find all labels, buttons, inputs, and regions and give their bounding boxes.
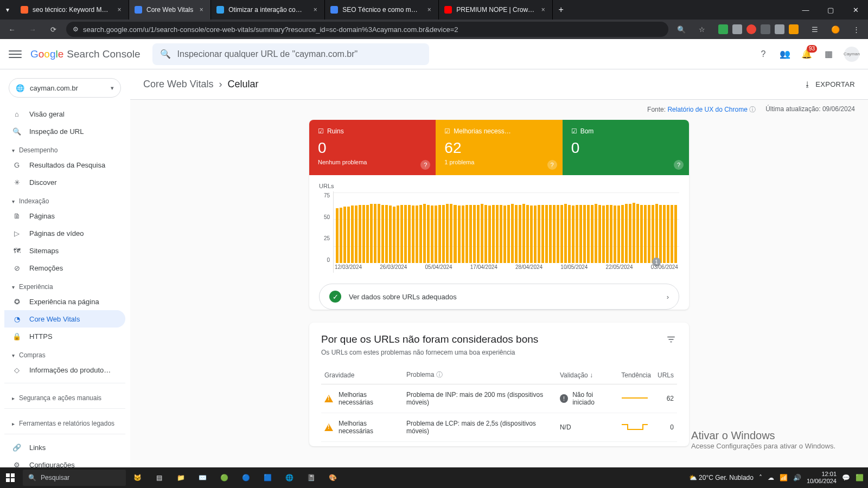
chart-bar[interactable] [454, 205, 456, 263]
forward-button[interactable]: → [25, 22, 40, 37]
bookmark-star-icon[interactable]: ☆ [694, 22, 710, 37]
chart-bar[interactable] [519, 205, 521, 263]
browser-tab-4[interactable]: PREMIUM NOPE | Crow Countr…× [439, 0, 553, 20]
table-row[interactable]: Melhorias necessáriasProblema de LCP: ma… [321, 413, 677, 442]
export-button[interactable]: ⭳EXPORTAR [804, 80, 855, 88]
site-info-icon[interactable]: ⚙ [73, 25, 79, 33]
chart-bar[interactable] [587, 205, 590, 263]
col-urls[interactable]: URLs [654, 366, 677, 384]
chart-bar[interactable] [462, 206, 464, 263]
tile-help-icon[interactable]: ? [420, 160, 430, 170]
breadcrumb-parent[interactable]: Core Web Vitals [143, 79, 213, 90]
sidebar-item-https[interactable]: 🔒HTTPS [4, 328, 125, 345]
tile-help-icon[interactable]: ? [674, 160, 684, 170]
tray-cloud-icon[interactable]: ☁ [768, 474, 774, 481]
taskbar-app-mail[interactable]: ✉️ [192, 467, 213, 488]
notifications-button[interactable]: 🔔93 [801, 48, 813, 60]
col-trend[interactable]: Tendência [618, 366, 654, 384]
sidebar-item-video-pages[interactable]: ▷Páginas de vídeo [4, 224, 125, 242]
chart-bar[interactable] [343, 207, 346, 263]
sidebar-section-security[interactable]: Segurança e ações manuais [4, 388, 125, 404]
chart-bar[interactable] [545, 205, 548, 263]
chart-bar[interactable] [351, 206, 354, 263]
chart-bar[interactable] [553, 205, 556, 263]
chart-bar[interactable] [640, 205, 643, 263]
property-selector[interactable]: 🌐 cayman.com.br ▾ [9, 78, 121, 98]
sidebar-item-settings[interactable]: ⚙Configurações [4, 456, 125, 467]
tab-close-icon[interactable]: × [425, 6, 433, 14]
chart-bar[interactable] [355, 206, 358, 263]
chart-bar[interactable] [606, 205, 609, 263]
chart-bar[interactable] [473, 205, 476, 263]
chart-bar[interactable] [469, 205, 472, 263]
view-good-urls-link[interactable]: ✓ Ver dados sobre URLs adequados › [319, 284, 679, 310]
col-validation[interactable]: Validação ↓ [557, 366, 618, 384]
chart-bar[interactable] [576, 205, 578, 263]
chart-bar[interactable] [458, 206, 461, 263]
chart-bar[interactable] [579, 205, 582, 263]
chart-bar[interactable] [591, 205, 593, 263]
chart-bar[interactable] [496, 205, 499, 263]
chart-bar[interactable] [500, 205, 502, 263]
chart-bar[interactable] [484, 205, 487, 263]
sidebar-section-legacy[interactable]: Ferramentas e relatórios legados [4, 413, 125, 429]
browser-tab-2[interactable]: Otimizar a interação com a pró…× [211, 0, 325, 20]
chart-bar[interactable] [617, 206, 620, 263]
chart-bar[interactable] [530, 206, 533, 263]
tab-search-button[interactable]: ▾ [0, 0, 15, 20]
source-link[interactable]: Relatório de UX do Chrome [667, 106, 747, 113]
chart-bar[interactable] [381, 205, 384, 263]
sidebar-item-product-info[interactable]: ◇Informações do produto… [4, 361, 125, 378]
taskbar-app-icon[interactable]: 🟦 [257, 467, 278, 488]
taskbar-search[interactable]: 🔍Pesquisar [23, 470, 126, 486]
tile-poor[interactable]: Ruins 0 Nenhum problema ? [309, 120, 436, 175]
help-icon[interactable]: ? [757, 48, 769, 60]
sidebar-item-links[interactable]: 🔗Links [4, 439, 125, 456]
chart-bar[interactable] [636, 204, 639, 263]
chart-bar[interactable] [488, 206, 491, 263]
reload-button[interactable]: ⟳ [46, 22, 61, 37]
profile-avatar-icon[interactable]: 🟠 [828, 22, 843, 37]
chart-bar[interactable] [340, 208, 342, 263]
chart-bar[interactable] [625, 204, 628, 263]
chart-bar[interactable] [549, 205, 552, 263]
extension-icon[interactable] [718, 24, 728, 34]
tab-close-icon[interactable]: × [539, 6, 547, 14]
chart-bar[interactable] [655, 204, 658, 263]
chart-bar[interactable] [397, 206, 399, 263]
chart-bar[interactable] [614, 206, 616, 263]
chart-bar[interactable] [534, 206, 537, 263]
chart-bar[interactable] [450, 204, 452, 263]
extension-icon[interactable] [789, 24, 799, 34]
address-bar[interactable]: ⚙ search.google.com/u/1/search-console/c… [66, 22, 668, 37]
sidebar-item-discover[interactable]: ✳Discover [4, 174, 125, 191]
chart-bar[interactable] [481, 204, 483, 263]
chart-bar[interactable] [671, 205, 673, 263]
chart-bar[interactable] [408, 205, 411, 263]
chart-bar[interactable] [366, 205, 369, 263]
taskbar-clock[interactable]: 12:01 10/06/2024 [807, 471, 837, 485]
chart-bar[interactable] [416, 206, 418, 263]
chart-bar[interactable] [446, 204, 449, 263]
chart-bar[interactable] [438, 205, 441, 263]
chart-bar[interactable] [362, 205, 365, 263]
tile-help-icon[interactable]: ? [547, 160, 557, 170]
col-problem[interactable]: Problema ⓘ [403, 366, 557, 384]
users-icon[interactable]: 👥 [779, 48, 791, 60]
chart-bar[interactable] [370, 204, 373, 263]
chart-bar[interactable] [336, 208, 339, 263]
taskbar-app-icon[interactable]: 🎨 [322, 467, 343, 488]
chart-bar[interactable] [385, 205, 388, 263]
chart-bar[interactable] [652, 205, 654, 263]
zoom-icon[interactable]: 🔍 [674, 22, 689, 37]
sidebar-section-shopping[interactable]: Compras [4, 345, 125, 361]
chart-bar[interactable] [644, 205, 647, 263]
chart-bar[interactable] [602, 206, 605, 263]
sidebar-item-core-web-vitals[interactable]: ◔Core Web Vitals [4, 310, 125, 328]
taskbar-app-icon[interactable]: 🌐 [279, 467, 299, 488]
chart-bar[interactable] [404, 205, 407, 263]
app-logo[interactable]: Google Search Console [30, 48, 141, 60]
new-tab-button[interactable]: + [553, 0, 569, 20]
chart-bar[interactable] [595, 204, 597, 263]
chart-bar[interactable] [583, 205, 586, 263]
